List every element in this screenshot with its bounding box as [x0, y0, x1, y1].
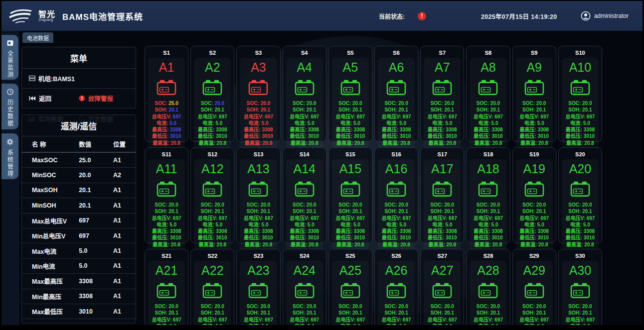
stat-line: SOC: 20.0 — [293, 100, 316, 107]
battery-card-a15[interactable]: S15A15 SOC: 20.0SOH: 20.1总电压V: 697电流: 5.… — [328, 147, 372, 243]
unit-selector[interactable]: 机组:BAMS1 — [29, 74, 75, 83]
stat-label: SOC: — [293, 304, 307, 309]
column-header-name[interactable]: 名 称 — [25, 139, 72, 149]
table-row[interactable]: MaxSOH20.1A1 — [22, 183, 136, 198]
stat-line: SOH: 20.1 — [293, 310, 316, 316]
battery-card-a19[interactable]: S19A19 SOC: 20.0SOH: 20.1总电压V: 697电流: 5.… — [512, 147, 556, 243]
battery-card-a26[interactable]: S26A26 SOC: 20.0SOH: 20.1总电压V: 697电流: 5.… — [374, 249, 418, 330]
stat-label: 总电压V: — [474, 216, 494, 221]
stat-label: 最高压: — [198, 127, 216, 132]
stat-line: 总电压V: 697 — [382, 113, 411, 120]
table-row[interactable]: Min最低压3010A1 — [22, 319, 136, 324]
battery-card-a20[interactable]: S20A20 SOC: 20.0SOH: 20.1总电压V: 697电流: 5.… — [558, 147, 602, 243]
stat-value: 3010 — [584, 133, 595, 139]
stat-label: SOC: — [201, 101, 215, 106]
battery-icon — [202, 283, 222, 298]
battery-card-a4[interactable]: S4A4 SOC: 20.0SOH: 20.1总电压V: 697电流: 5.0最… — [283, 46, 326, 142]
battery-card-a16[interactable]: S16A16 SOC: 20.0SOH: 20.1总电压V: 697电流: 5.… — [374, 147, 418, 243]
stat-label: 最高压: — [336, 228, 354, 234]
battery-card-a18[interactable]: S18A18 SOC: 20.0SOH: 20.1总电压V: 697电流: 5.… — [466, 147, 510, 243]
back-button[interactable]: 返回 — [29, 94, 79, 103]
stat-line: SOC: 20.0 — [384, 100, 408, 107]
battery-card-a21[interactable]: S21A21 SOC: 20.0SOH: 20.1总电压V: 697电流: 5.… — [145, 249, 188, 330]
battery-card-a3[interactable]: S3A3 SOC: 20.0SOH: 20.1总电压V: 697电流: 5.0最… — [236, 46, 280, 142]
stat-label: 最低压: — [520, 133, 538, 139]
column-header-location[interactable]: 位置 — [106, 139, 133, 149]
battery-card-a17[interactable]: S17A17 SOC: 20.0SOH: 20.1总电压V: 697电流: 5.… — [420, 147, 464, 243]
battery-icon — [432, 283, 452, 298]
stat-line: 总电压V: 697 — [152, 317, 181, 323]
stat-label: 总电压V: — [519, 216, 540, 221]
table-row[interactable]: Min电流5.0A1 — [22, 259, 136, 274]
battery-card-a28[interactable]: S28A28 SOC: 20.0SOH: 20.1总电压V: 697电流: 5.… — [466, 249, 510, 330]
stat-line: 电流: 5.0 — [386, 221, 406, 228]
battery-card-a11[interactable]: S11A11 SOC: 20.0SOH: 20.1总电压V: 697电流: 5.… — [145, 147, 188, 243]
stat-label: 最高压: — [152, 228, 170, 234]
stat-line: 总电压V: 697 — [290, 215, 319, 221]
table-row[interactable]: Max最高压3308A1 — [22, 274, 136, 289]
column-header-value[interactable]: 数值 — [72, 139, 106, 149]
battery-id-label: A7 — [435, 60, 450, 75]
battery-card-a7[interactable]: S7A7 SOC: 20.0SOH: 20.1总电压V: 697电流: 5.0最… — [420, 46, 464, 142]
stat-value: 20.0 — [398, 101, 408, 106]
stat-line: SOH: 20.1 — [201, 310, 224, 316]
battery-card-a9[interactable]: S9A9 SOC: 20.0SOH: 20.1总电压V: 697电流: 5.0最… — [512, 46, 556, 142]
battery-card-a12[interactable]: S12A12 SOC: 20.0SOH: 20.1总电压V: 697电流: 5.… — [190, 147, 234, 243]
table-row[interactable]: MaxSOC25.0A1 — [22, 153, 136, 168]
stat-line: SOH: 20.1 — [431, 208, 454, 215]
battery-card-a29[interactable]: S29A29 SOC: 20.0SOH: 20.1总电压V: 697电流: 5.… — [512, 249, 556, 330]
table-row[interactable]: Max总电压V697A1 — [22, 214, 136, 228]
stat-line: SOH: 20.1 — [338, 107, 362, 113]
table-row[interactable]: MinSOC20.0A2 — [22, 168, 136, 183]
table-cell: A2 — [106, 172, 133, 179]
battery-card-a10[interactable]: S10A10 SOC: 20.0SOH: 20.1总电压V: 697电流: 5.… — [558, 46, 602, 142]
card-body: A14 SOC: 20.0SOH: 20.1总电压V: 697电流: 5.0最高… — [286, 159, 323, 251]
stat-value: 20.0 — [307, 202, 316, 208]
stat-value: 3308 — [491, 127, 502, 132]
alert-status-icon[interactable]: ! — [418, 12, 426, 20]
stat-line: SOC: 20.0 — [155, 202, 178, 208]
sidebar-tab-panorama[interactable]: 全景监测 — [1, 35, 18, 80]
battery-card-a1[interactable]: S1A1 SOC: 25.0SOH: 20.1总电压V: 697电流: 5.0最… — [145, 46, 188, 142]
stat-value: 20.0 — [490, 304, 500, 309]
stat-label: SOC: — [338, 101, 352, 106]
stat-value: 5.0 — [445, 324, 452, 329]
battery-card-a6[interactable]: S6A6 SOC: 20.0SOH: 20.1总电压V: 697电流: 5.0最… — [374, 46, 418, 142]
stat-value: 20.0 — [490, 202, 500, 208]
stat-value: 3308 — [262, 228, 273, 234]
table-row[interactable]: Min最高压3308A1 — [22, 289, 136, 304]
battery-card-a24[interactable]: S24A24 SOC: 20.0SOH: 20.1总电压V: 697电流: 5.… — [283, 249, 326, 330]
battery-card-a13[interactable]: S13A13 SOC: 20.0SOH: 20.1总电压V: 697电流: 5.… — [236, 147, 280, 243]
stat-label: 总电压V: — [335, 317, 356, 323]
stat-label: 总电压V: — [382, 114, 403, 119]
battery-icon — [524, 181, 544, 197]
user-menu[interactable]: administrator — [581, 1, 629, 31]
stat-line: SOH: 20.1 — [431, 107, 454, 113]
tab-battery-data[interactable]: 电池数据 — [22, 32, 53, 43]
battery-card-a2[interactable]: S2A2 SOC: 20.0SOH: 20.1总电压V: 697电流: 5.0最… — [190, 46, 234, 142]
table-cell: A1 — [106, 293, 133, 300]
battery-card-a8[interactable]: S8A8 SOC: 20.0SOH: 20.1总电压V: 697电流: 5.0最… — [466, 46, 510, 142]
table-row[interactable]: Max电流5.0A1 — [22, 243, 136, 258]
stat-label: 总电压V: — [244, 114, 265, 119]
stat-line: 电流: 5.0 — [478, 120, 498, 126]
stat-line: 电流: 5.0 — [570, 120, 590, 126]
stat-line: 最低压: 3010 — [520, 133, 549, 139]
battery-card-a30[interactable]: S30A30 SOC: 20.0SOH: 20.1总电压V: 697电流: 5.… — [558, 249, 602, 330]
sidebar-tab-history[interactable]: 历史数据 — [1, 84, 18, 129]
battery-card-a25[interactable]: S25A25 SOC: 20.0SOH: 20.1总电压V: 697电流: 5.… — [328, 249, 372, 330]
battery-card-a5[interactable]: S5A5 SOC: 20.0SOH: 20.1总电压V: 697电流: 5.0最… — [328, 46, 372, 142]
battery-card-a22[interactable]: S22A22 SOC: 20.0SOH: 20.1总电压V: 697电流: 5.… — [190, 249, 234, 330]
stat-label: SOH: — [568, 209, 582, 214]
table-row[interactable]: Min总电压V697A1 — [22, 228, 136, 243]
battery-card-a23[interactable]: S23A23 SOC: 20.0SOH: 20.1总电压V: 697电流: 5.… — [236, 249, 280, 330]
fault-alarm-button[interactable]: 故障警报 — [79, 94, 129, 103]
battery-card-a27[interactable]: S27A27 SOC: 20.0SOH: 20.1总电压V: 697电流: 5.… — [420, 249, 464, 330]
battery-card-a14[interactable]: S14A14 SOC: 20.0SOH: 20.1总电压V: 697电流: 5.… — [283, 147, 326, 243]
table-row[interactable]: MinSOH20.1A1 — [22, 198, 136, 213]
battery-id-label: A21 — [156, 263, 177, 278]
sidebar-tab-system[interactable]: 系统管理 — [1, 133, 18, 179]
stat-line: 最低压: 3010 — [336, 234, 365, 241]
table-row[interactable]: Max最低压3010A1 — [22, 304, 136, 319]
stat-value: 20.1 — [261, 310, 270, 316]
